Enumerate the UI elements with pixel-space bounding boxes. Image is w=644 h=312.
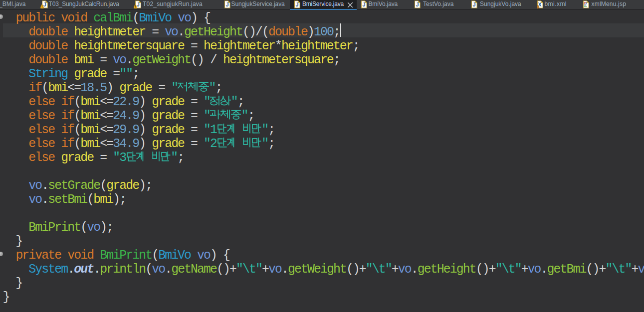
- svg-text:J: J: [295, 1, 298, 7]
- svg-text:J: J: [416, 1, 419, 7]
- svg-text:J: J: [362, 1, 365, 7]
- svg-text:J: J: [136, 1, 139, 7]
- svg-text:J: J: [225, 1, 228, 7]
- svg-text:J: J: [43, 1, 46, 7]
- svg-text:J: J: [472, 1, 475, 7]
